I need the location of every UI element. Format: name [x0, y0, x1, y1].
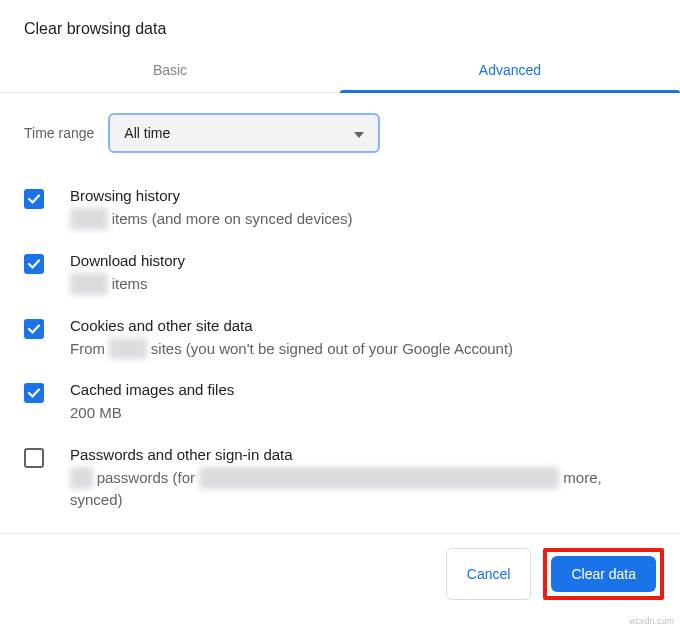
- item-cookies: Cookies and other site data From xxxxx s…: [24, 317, 656, 360]
- dialog-title: Clear browsing data: [0, 0, 680, 56]
- watermark: wcxdn.com: [629, 616, 674, 626]
- item-sub: xxxxx items: [70, 273, 656, 295]
- tab-advanced[interactable]: Advanced: [340, 56, 680, 92]
- item-title: Cached images and files: [70, 381, 656, 398]
- time-range-value: All time: [124, 125, 170, 141]
- tabs: Basic Advanced: [0, 56, 680, 93]
- clear-data-button[interactable]: Clear data: [551, 556, 656, 592]
- item-download-history: Download history xxxxx items: [24, 252, 656, 295]
- redacted-count: xxxxx: [109, 338, 147, 360]
- item-title: Cookies and other site data: [70, 317, 656, 334]
- check-icon: [27, 192, 41, 206]
- checkbox-browsing-history[interactable]: [24, 189, 44, 209]
- item-sub: xxxxx items (and more on synced devices): [70, 208, 656, 230]
- item-cached: Cached images and files 200 MB: [24, 381, 656, 424]
- checkbox-cached[interactable]: [24, 383, 44, 403]
- cancel-button[interactable]: Cancel: [446, 548, 532, 600]
- chevron-down-icon: [354, 125, 364, 141]
- item-title: Browsing history: [70, 187, 656, 204]
- time-range-label: Time range: [24, 125, 94, 141]
- item-browsing-history: Browsing history xxxxx items (and more o…: [24, 187, 656, 230]
- redacted-count: xxxxx: [70, 273, 108, 295]
- redacted-sites: xxxxxxxxxxxxxxxxxxxxxxxxxxxxxxxxxxxxxxxx…: [199, 467, 559, 489]
- check-icon: [27, 257, 41, 271]
- item-sub: xxx passwords (for xxxxxxxxxxxxxxxxxxxxx…: [70, 467, 656, 511]
- check-icon: [27, 322, 41, 336]
- item-sub: From xxxxx sites (you won't be signed ou…: [70, 338, 656, 360]
- highlight-annotation: Clear data: [543, 548, 664, 600]
- checkbox-download-history[interactable]: [24, 254, 44, 274]
- checkbox-passwords[interactable]: [24, 448, 44, 468]
- redacted-count: xxx: [70, 467, 93, 489]
- checkbox-cookies[interactable]: [24, 319, 44, 339]
- item-title: Download history: [70, 252, 656, 269]
- item-passwords: Passwords and other sign-in data xxx pas…: [24, 446, 656, 511]
- dialog-footer: Cancel Clear data: [0, 533, 680, 614]
- item-title: Passwords and other sign-in data: [70, 446, 656, 463]
- item-sub: 200 MB: [70, 402, 656, 424]
- check-icon: [27, 386, 41, 400]
- time-range-select[interactable]: All time: [108, 113, 380, 153]
- redacted-count: xxxxx: [70, 208, 108, 230]
- tab-basic[interactable]: Basic: [0, 56, 340, 92]
